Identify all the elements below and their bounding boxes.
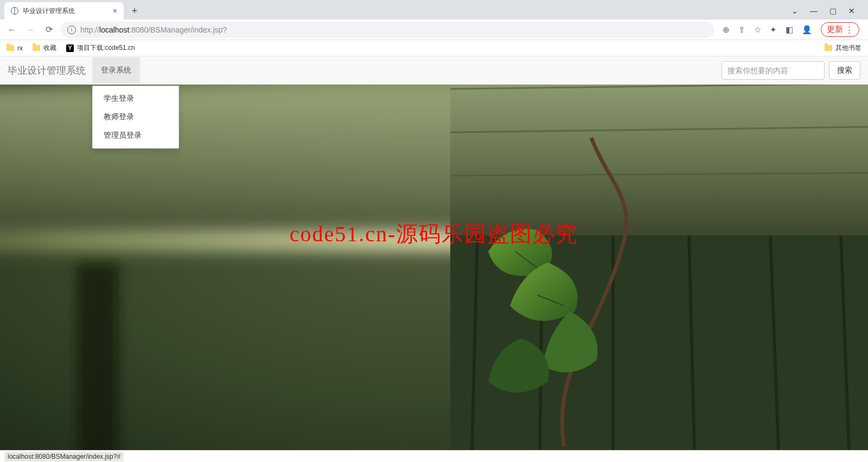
close-tab-icon[interactable]: × [113, 7, 117, 15]
profile-icon[interactable]: 👤 [802, 25, 812, 35]
search-form: 搜索 [722, 61, 860, 80]
search-input[interactable] [722, 61, 825, 80]
svg-rect-3 [76, 262, 119, 450]
url-text: http://localhost:8080/BSManager/index.js… [80, 25, 227, 34]
site-info-icon[interactable]: i [67, 25, 76, 34]
bookmark-label: rx [17, 44, 23, 52]
url-prefix: http:// [80, 25, 99, 34]
window-controls: ⌄ — ▢ ✕ [792, 7, 864, 15]
bookmark-other[interactable]: 其他书签 [825, 43, 861, 53]
bookmark-star-icon[interactable]: ☆ [754, 25, 761, 35]
nav-reload-button[interactable]: ⟳ [42, 23, 55, 36]
nav-back-button[interactable]: ← [5, 23, 18, 36]
search-button[interactable]: 搜索 [829, 61, 860, 80]
globe-icon [11, 7, 18, 15]
tab-bar: 毕业设计管理系统 × + ⌄ — ▢ ✕ [0, 0, 868, 20]
share-icon[interactable]: ⇪ [738, 25, 745, 35]
browser-tab[interactable]: 毕业设计管理系统 × [4, 2, 124, 20]
app-brand: 毕业设计管理系统 [8, 64, 86, 77]
address-bar: ← → ⟳ i http://localhost:8080/BSManager/… [0, 20, 868, 40]
bookmark-favorites[interactable]: 收藏 [33, 43, 56, 53]
nav-login-dropdown-toggle[interactable]: 登录系统 [92, 57, 140, 84]
dropdown-item-student-login[interactable]: 学生登录 [93, 89, 178, 108]
nav-forward-button[interactable]: → [24, 23, 37, 36]
bookmarks-bar: rx 收藏 Y 项目下载:code51.cn 其他书签 [0, 40, 868, 56]
favicon-icon: Y [66, 44, 74, 52]
login-dropdown-menu: 学生登录 教师登录 管理员登录 [92, 86, 179, 149]
folder-icon [33, 45, 40, 51]
window-dropdown-icon[interactable]: ⌄ [792, 7, 798, 15]
nav-item-login: 登录系统 学生登录 教师登录 管理员登录 [92, 57, 140, 84]
window-minimize-icon[interactable]: — [810, 7, 818, 15]
address-bar-icons: ⊕ ⇪ ☆ ✦ ◧ 👤 更新⋮ [719, 22, 863, 37]
window-close-icon[interactable]: ✕ [848, 7, 855, 15]
bookmark-label: 其他书签 [835, 43, 861, 53]
url-host: localhost [99, 25, 129, 34]
dropdown-item-teacher-login[interactable]: 教师登录 [93, 108, 178, 126]
bookmark-label: 项目下载:code51.cn [77, 43, 135, 53]
tab-title: 毕业设计管理系统 [23, 7, 108, 16]
dropdown-item-admin-login[interactable]: 管理员登录 [93, 126, 178, 145]
zoom-icon[interactable]: ⊕ [723, 25, 730, 35]
bookmark-label: 收藏 [43, 43, 56, 53]
folder-icon [7, 45, 14, 51]
new-tab-button[interactable]: + [127, 3, 142, 18]
window-maximize-icon[interactable]: ▢ [829, 7, 837, 15]
url-path: :8080/BSManager/index.jsp? [129, 25, 227, 34]
bookmark-rx[interactable]: rx [7, 44, 23, 52]
status-link-preview: localhost:8080/BSManager/index.jsp?# [4, 452, 124, 461]
update-button[interactable]: 更新⋮ [821, 22, 859, 37]
side-panel-icon[interactable]: ◧ [786, 25, 793, 35]
bookmark-code51[interactable]: Y 项目下载:code51.cn [66, 43, 135, 53]
folder-icon [825, 45, 832, 51]
browser-chrome: 毕业设计管理系统 × + ⌄ — ▢ ✕ ← → ⟳ i http://loca… [0, 0, 868, 56]
status-bar: localhost:8080/BSManager/index.jsp?# [0, 450, 868, 462]
extensions-icon[interactable]: ✦ [770, 25, 777, 35]
url-field[interactable]: i http://localhost:8080/BSManager/index.… [61, 22, 714, 38]
app-navbar: 毕业设计管理系统 登录系统 学生登录 教师登录 管理员登录 搜索 [0, 56, 868, 85]
page-content: 毕业设计管理系统 登录系统 学生登录 教师登录 管理员登录 搜索 code51.… [0, 56, 868, 450]
